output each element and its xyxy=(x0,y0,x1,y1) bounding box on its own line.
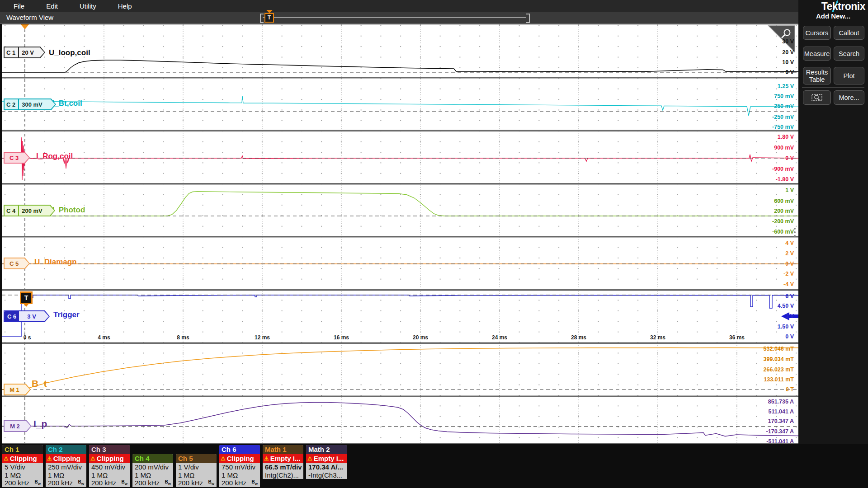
ch6-bandwidth-row: 200 kHzBw xyxy=(219,479,260,487)
ch6-tick: 6 V xyxy=(735,293,794,300)
measure-button[interactable]: Measure xyxy=(803,47,831,61)
ch2-tick: 1.25 V xyxy=(735,83,794,89)
math2-bottom-badge[interactable]: Math 2 ⚠Empty i... 170.34 A/... -Intg(Ch… xyxy=(306,445,347,479)
bottom-bar: Ch 1 ⚠Clipping 5 V/div 1 MΩ 200 kHzBw Ch… xyxy=(0,444,868,488)
math1-tick: 0 T xyxy=(735,386,794,393)
ch1-label[interactable]: U_loop,coil xyxy=(49,48,90,57)
ch4-bottom-badge[interactable]: Ch 4 200 mV/div 1 MΩ 200 kHzBw xyxy=(132,454,173,487)
ch3-tick: -900 mV xyxy=(735,166,794,172)
ch1-badge-id: C 1 xyxy=(4,47,18,58)
menu-edit[interactable]: Edit xyxy=(46,2,58,10)
ch1-badge[interactable]: C 120 V xyxy=(4,47,45,58)
zoom-select-icon xyxy=(811,93,823,102)
math2-tick: -170.347 A xyxy=(735,428,794,435)
warning-icon: ⚠ xyxy=(307,454,312,463)
math2-tick: 851.735 A xyxy=(735,399,794,405)
ch6-label[interactable]: Trigger xyxy=(53,310,80,319)
math2-tick: 170.347 A xyxy=(735,418,794,424)
menu-file[interactable]: File xyxy=(14,2,24,10)
bandwidth-limit-icon: Bw xyxy=(78,478,84,487)
math1-tick: 133.011 mT xyxy=(735,376,794,383)
math1-tick: 532.046 mT xyxy=(735,346,794,352)
ch1-tick: 30 V xyxy=(735,38,794,45)
search-button[interactable]: Search xyxy=(834,47,864,61)
ch6-tick: 3 V xyxy=(735,313,794,319)
ch3-tick: 0 V xyxy=(735,155,794,161)
waveform-canvas xyxy=(2,24,798,444)
trace-math2[interactable] xyxy=(2,402,798,436)
ch2-tick: 250 mV xyxy=(735,103,794,109)
waveform-grid[interactable]: 30 V 20 V 10 V 0 V 1.25 V 750 mV 250 mV … xyxy=(2,24,798,444)
sidebar-divider xyxy=(802,87,864,88)
time-tick: 32 ms xyxy=(650,334,665,341)
results-table-button[interactable]: Results Table xyxy=(803,67,831,84)
bandwidth-limit-icon: Bw xyxy=(122,478,127,487)
ch1-tick: 10 V xyxy=(735,59,794,66)
ch4-tick: -200 mV xyxy=(735,218,794,225)
more-button[interactable]: More... xyxy=(834,90,864,105)
trigger-position-marker[interactable] xyxy=(21,24,29,29)
ch2-badge[interactable]: C 2300 mV xyxy=(4,99,56,110)
math1-bottom-badge[interactable]: Math 1 ⚠Empty i... 66.5 mT/div Intg(Ch2)… xyxy=(263,445,303,479)
time-tick: 12 ms xyxy=(255,334,270,341)
math2-badge[interactable]: M 2 xyxy=(4,420,32,432)
ch3-bottom-badge[interactable]: Ch 3 ⚠Clipping 450 mV/div 1 MΩ 200 kHzBw xyxy=(89,445,130,487)
time-tick: 4 ms xyxy=(98,334,110,341)
right-sidebar: Tektronix Add New... Cursors Callout Mea… xyxy=(798,0,868,444)
plot-button[interactable]: Plot xyxy=(834,67,864,84)
ch5-badge[interactable]: C 5 xyxy=(4,258,30,269)
ch6-bottom-title: Ch 6 xyxy=(219,445,260,454)
math2-label[interactable]: I_p xyxy=(33,418,47,429)
ch6-bottom-badge[interactable]: Ch 6 ⚠Clipping 750 mV/div 1 MΩ 200 kHzBw xyxy=(219,445,260,487)
ch6-scale-row: 750 mV/div xyxy=(219,463,260,471)
ch2-scale-row: 250 mV/div xyxy=(46,463,86,471)
math1-tick: 399.034 mT xyxy=(735,356,794,362)
math1-scale-row: 66.5 mT/div xyxy=(263,463,303,471)
ch6-badge-scale: 3 V xyxy=(19,310,44,322)
math2-function-row: -Intg(Ch3... xyxy=(306,471,347,479)
trace-ch2[interactable] xyxy=(2,96,798,116)
time-tick: 16 ms xyxy=(334,334,349,341)
cursors-button[interactable]: Cursors xyxy=(803,26,831,40)
horizontal-position-line xyxy=(263,17,526,18)
ch5-label[interactable]: U_Diamagn xyxy=(34,258,77,267)
math1-badge[interactable]: M 1 xyxy=(4,384,31,395)
math2-tick: 511.041 A xyxy=(735,408,794,415)
ch5-scale-row: 1 V/div xyxy=(176,463,217,471)
ch6-badge[interactable]: C 63 V xyxy=(4,310,50,322)
add-new-heading: Add New... xyxy=(798,12,868,20)
trace-math1[interactable] xyxy=(2,348,798,389)
ch6-badge-id: C 6 xyxy=(5,311,19,321)
bandwidth-limit-icon: Bw xyxy=(35,478,41,487)
trigger-source-badge[interactable]: T xyxy=(20,291,33,304)
ch5-bottom-title: Ch 5 xyxy=(176,454,217,463)
math1-bottom-title: Math 1 xyxy=(263,445,303,454)
warning-icon: ⚠ xyxy=(90,454,95,463)
ch2-tick: -750 mV xyxy=(735,124,794,130)
ch1-tick: 20 V xyxy=(735,49,794,56)
zoom-select-button[interactable] xyxy=(803,90,831,105)
ch4-badge-id: C 4 xyxy=(4,205,18,216)
panel-drag-handle[interactable] xyxy=(794,228,796,237)
ch1-badge-scale: 20 V xyxy=(19,47,37,58)
ch5-bottom-badge[interactable]: Ch 5 1 V/div 1 MΩ 200 kHzBw xyxy=(176,454,217,487)
trace-ch4[interactable] xyxy=(2,192,798,216)
trigger-position-indicator[interactable]: T xyxy=(264,13,274,23)
ch2-bottom-badge[interactable]: Ch 2 ⚠Clipping 250 mV/div 1 MΩ 200 kHzBw xyxy=(46,445,86,487)
trace-ch3[interactable] xyxy=(2,137,798,180)
trace-ch1[interactable] xyxy=(2,60,798,72)
waveform-view-titlebar[interactable]: Waveform View T xyxy=(0,12,798,24)
ch1-bottom-badge[interactable]: Ch 1 ⚠Clipping 5 V/div 1 MΩ 200 kHzBw xyxy=(2,445,43,487)
ch5-tick: 2 V xyxy=(735,250,794,257)
math1-label[interactable]: B_t xyxy=(32,378,47,389)
ch4-badge[interactable]: C 4200 mV xyxy=(4,205,55,216)
menu-help[interactable]: Help xyxy=(118,2,132,10)
callout-button[interactable]: Callout xyxy=(834,26,864,40)
ch3-label[interactable]: I_Rog,coil xyxy=(36,152,73,161)
ch1-clipping-alert: ⚠Clipping xyxy=(2,454,43,463)
ch2-tick: 750 mV xyxy=(735,93,794,99)
trace-ch6[interactable] xyxy=(2,295,798,336)
ch3-badge[interactable]: C 3 xyxy=(4,152,30,164)
menu-utility[interactable]: Utility xyxy=(80,2,96,10)
ch6-tick: 4.50 V xyxy=(735,303,794,309)
